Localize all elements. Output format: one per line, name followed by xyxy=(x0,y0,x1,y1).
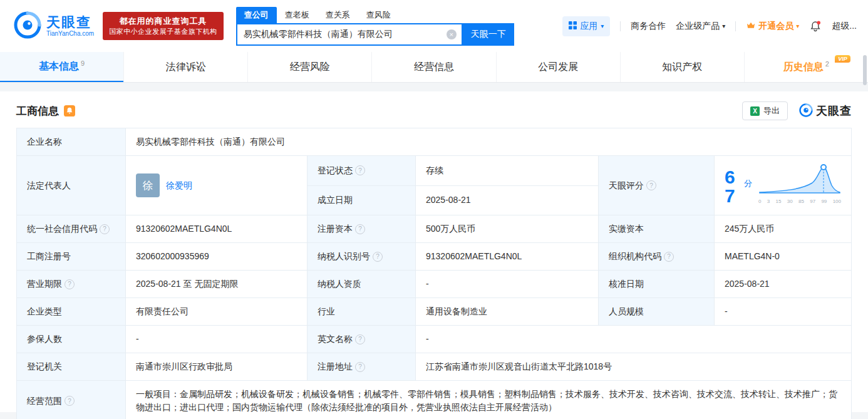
notification-bell-icon[interactable] xyxy=(809,20,822,33)
company-tabs: 基本信息 9 法律诉讼 经营风险 经营信息 公司发展 知识产权 历史信息 2 V… xyxy=(0,52,868,83)
brand-stamp: 天眼查 xyxy=(799,103,852,119)
tab-operating-info-label: 经营信息 xyxy=(414,61,454,74)
tab-history-info[interactable]: 历史信息 2 VIP xyxy=(744,52,868,82)
field-label: 人员规模 xyxy=(599,298,715,326)
legal-rep-cell: 徐 徐爱明 xyxy=(126,156,307,215)
help-icon[interactable]: ? xyxy=(65,396,75,406)
vip-badge: VIP xyxy=(835,55,850,63)
tab-legal-proceedings-label: 法律诉讼 xyxy=(166,61,206,74)
field-label: 登记机关 xyxy=(17,353,126,381)
crown-icon xyxy=(746,21,756,31)
field-label: 登记状态? xyxy=(307,156,416,186)
field-label: 法定代表人 xyxy=(17,156,126,215)
scrollbar[interactable] xyxy=(863,55,867,85)
search-tab-relation[interactable]: 查关系 xyxy=(318,7,358,23)
promo-badge-line1: 都在用的商业查询工具 xyxy=(109,16,217,27)
score-chart: 03 1530 8597 99100 xyxy=(758,163,841,208)
export-button[interactable]: X 导出 xyxy=(742,101,788,120)
help-icon[interactable]: ? xyxy=(355,165,365,175)
reg-status-value: 存续 xyxy=(416,156,599,186)
field-label: 成立日期 xyxy=(307,185,416,215)
help-icon[interactable]: ? xyxy=(355,362,365,372)
legal-rep-avatar[interactable]: 徐 xyxy=(136,173,160,197)
help-icon[interactable]: ? xyxy=(65,279,75,289)
tab-basic-info[interactable]: 基本信息 9 xyxy=(0,52,123,82)
approval-date-value: 2025-08-21 xyxy=(715,271,852,298)
apps-menu[interactable]: 应用 ▾ xyxy=(562,16,610,36)
nav-super-vip[interactable]: 超级... xyxy=(832,21,857,32)
subscribe-bell-icon[interactable] xyxy=(64,105,75,116)
table-row: 法定代表人 徐 徐爱明 登记状态? 存续 天眼评分? 67 分 xyxy=(17,156,852,186)
tab-company-development[interactable]: 公司发展 xyxy=(496,52,620,82)
score-value: 67 xyxy=(725,168,738,205)
table-row: 经营范围? 一般项目：金属制品研发；机械设备研发；机械设备销售；机械零件、零部件… xyxy=(17,381,852,419)
field-label: 企业类型 xyxy=(17,298,126,326)
brand-stamp-label: 天眼查 xyxy=(816,103,852,118)
search-tab-risk[interactable]: 查风险 xyxy=(358,7,399,23)
search-input[interactable] xyxy=(242,29,447,40)
field-label: 纳税人资质 xyxy=(307,271,416,298)
help-icon[interactable]: ? xyxy=(664,252,674,262)
brand-name: 天眼查 xyxy=(46,15,94,29)
tianyancha-logo-icon xyxy=(14,11,41,41)
business-info-card: 工商信息 X 导出 xyxy=(0,91,868,412)
export-button-label: 导出 xyxy=(763,105,780,116)
nav-open-vip[interactable]: 开通会员 ▾ xyxy=(746,21,799,32)
field-label: 核准日期 xyxy=(599,271,715,298)
tab-intellectual-property-label: 知识产权 xyxy=(662,61,702,74)
english-name-value: - xyxy=(416,326,852,353)
legal-rep-link[interactable]: 徐爱明 xyxy=(166,179,192,192)
credit-code-value: 91320602MAETLG4N0L xyxy=(126,215,307,243)
business-scope-value: 一般项目：金属制品研发；机械设备研发；机械设备销售；机械零件、零部件销售；模具销… xyxy=(126,381,852,419)
search-input-wrap: × xyxy=(236,23,463,46)
divider xyxy=(620,21,621,31)
search-tab-company[interactable]: 查公司 xyxy=(236,7,277,23)
tab-history-info-label: 历史信息 xyxy=(783,61,824,74)
table-row: 工商注册号 320602000935969 纳税人识别号? 91320602MA… xyxy=(17,243,852,271)
help-icon[interactable]: ? xyxy=(373,252,383,262)
field-label: 统一社会信用代码? xyxy=(17,215,126,243)
help-icon[interactable]: ? xyxy=(100,224,110,234)
field-label: 英文名称? xyxy=(307,326,416,353)
field-label: 参保人数 xyxy=(17,326,126,353)
tab-operating-info[interactable]: 经营信息 xyxy=(371,52,495,82)
staff-size-value: - xyxy=(715,298,852,326)
field-label: 天眼评分? xyxy=(599,156,715,215)
promo-badge-line2: 国家中小企业发展子基金旗下机构 xyxy=(109,27,217,36)
field-label: 组织机构代码? xyxy=(599,243,715,271)
apps-menu-label: 应用 xyxy=(580,21,597,32)
clear-icon[interactable]: × xyxy=(447,29,457,39)
table-row: 登记机关 南通市崇川区行政审批局 注册地址? 江苏省南通市崇川区观音山街道太平北… xyxy=(17,353,852,381)
org-code-value: MAETLG4N-0 xyxy=(715,243,852,271)
tab-legal-proceedings[interactable]: 法律诉讼 xyxy=(123,52,247,82)
divider xyxy=(735,21,736,31)
nav-cooperation[interactable]: 商务合作 xyxy=(631,21,666,32)
table-row: 企业名称 易实机械零部件科技（南通）有限公司 xyxy=(17,128,852,156)
field-label: 行业 xyxy=(307,298,416,326)
help-icon[interactable]: ? xyxy=(355,224,365,234)
company-name-value: 易实机械零部件科技（南通）有限公司 xyxy=(126,128,852,156)
promo-badge: 都在用的商业查询工具 国家中小企业发展子基金旗下机构 xyxy=(103,12,224,41)
tab-intellectual-property[interactable]: 知识产权 xyxy=(620,52,744,82)
section-title: 工商信息 xyxy=(16,104,59,118)
score-unit: 分 xyxy=(744,177,752,190)
excel-icon: X xyxy=(750,106,760,116)
score-cell: 67 分 03 1530 8597 99100 xyxy=(715,156,852,215)
search-tabs: 查公司 查老板 查关系 查风险 xyxy=(236,7,514,23)
search-button[interactable]: 天眼一下 xyxy=(463,23,514,46)
tianyancha-logo[interactable]: 天眼查 TianYanCha.com xyxy=(14,11,94,41)
help-icon[interactable]: ? xyxy=(646,180,656,190)
score-axis: 03 1530 8597 99100 xyxy=(758,195,841,208)
nav-enterprise-products[interactable]: 企业级产品 ▾ xyxy=(676,21,725,32)
search-tab-boss[interactable]: 查老板 xyxy=(277,7,318,23)
tab-basic-info-count: 9 xyxy=(81,59,85,67)
help-icon[interactable]: ? xyxy=(355,334,365,344)
chevron-down-icon: ▾ xyxy=(796,23,799,29)
nav-enterprise-products-label: 企业级产品 xyxy=(676,21,720,32)
chevron-down-icon: ▾ xyxy=(722,23,725,29)
search-block: 查公司 查老板 查关系 查风险 × 天眼一下 xyxy=(236,7,514,46)
tab-company-development-label: 公司发展 xyxy=(538,61,578,74)
tab-operating-risk[interactable]: 经营风险 xyxy=(247,52,371,82)
chevron-down-icon: ▾ xyxy=(601,23,604,29)
field-label: 企业名称 xyxy=(17,128,126,156)
